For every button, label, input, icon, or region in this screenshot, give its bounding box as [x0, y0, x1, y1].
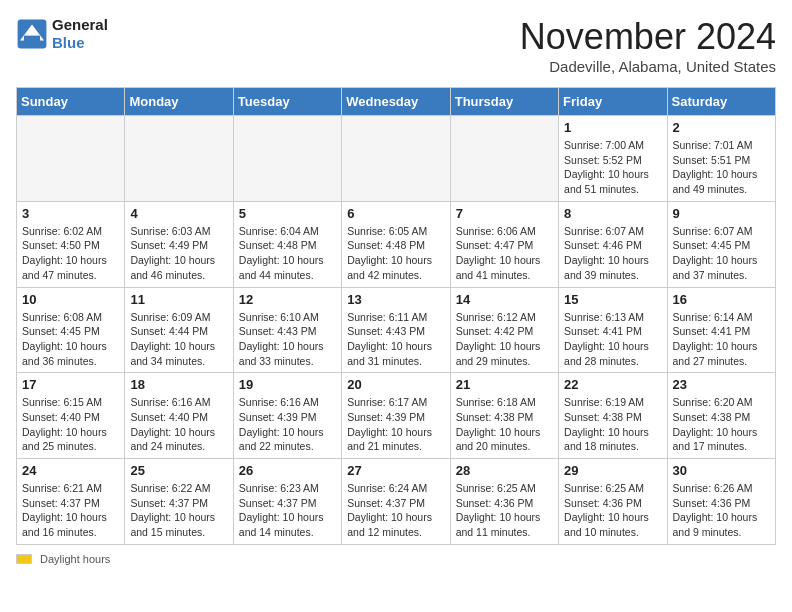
day-number: 22 — [564, 377, 661, 392]
day-number: 20 — [347, 377, 444, 392]
day-info: Sunrise: 6:23 AM Sunset: 4:37 PM Dayligh… — [239, 481, 336, 540]
calendar-cell: 21Sunrise: 6:18 AM Sunset: 4:38 PM Dayli… — [450, 373, 558, 459]
header-row: SundayMondayTuesdayWednesdayThursdayFrid… — [17, 88, 776, 116]
calendar-row-2: 10Sunrise: 6:08 AM Sunset: 4:45 PM Dayli… — [17, 287, 776, 373]
calendar-cell: 12Sunrise: 6:10 AM Sunset: 4:43 PM Dayli… — [233, 287, 341, 373]
day-info: Sunrise: 6:16 AM Sunset: 4:39 PM Dayligh… — [239, 395, 336, 454]
day-info: Sunrise: 6:05 AM Sunset: 4:48 PM Dayligh… — [347, 224, 444, 283]
day-number: 15 — [564, 292, 661, 307]
calendar-cell: 16Sunrise: 6:14 AM Sunset: 4:41 PM Dayli… — [667, 287, 775, 373]
legend-bar — [16, 554, 32, 564]
day-info: Sunrise: 6:03 AM Sunset: 4:49 PM Dayligh… — [130, 224, 227, 283]
day-info: Sunrise: 6:22 AM Sunset: 4:37 PM Dayligh… — [130, 481, 227, 540]
calendar-cell: 19Sunrise: 6:16 AM Sunset: 4:39 PM Dayli… — [233, 373, 341, 459]
day-number: 5 — [239, 206, 336, 221]
calendar-cell: 10Sunrise: 6:08 AM Sunset: 4:45 PM Dayli… — [17, 287, 125, 373]
day-number: 9 — [673, 206, 770, 221]
day-info: Sunrise: 6:20 AM Sunset: 4:38 PM Dayligh… — [673, 395, 770, 454]
day-info: Sunrise: 7:01 AM Sunset: 5:51 PM Dayligh… — [673, 138, 770, 197]
day-info: Sunrise: 6:19 AM Sunset: 4:38 PM Dayligh… — [564, 395, 661, 454]
day-number: 14 — [456, 292, 553, 307]
day-info: Sunrise: 6:08 AM Sunset: 4:45 PM Dayligh… — [22, 310, 119, 369]
day-number: 24 — [22, 463, 119, 478]
day-number: 4 — [130, 206, 227, 221]
calendar-cell: 18Sunrise: 6:16 AM Sunset: 4:40 PM Dayli… — [125, 373, 233, 459]
day-number: 11 — [130, 292, 227, 307]
day-number: 23 — [673, 377, 770, 392]
calendar-cell: 20Sunrise: 6:17 AM Sunset: 4:39 PM Dayli… — [342, 373, 450, 459]
calendar-row-4: 24Sunrise: 6:21 AM Sunset: 4:37 PM Dayli… — [17, 459, 776, 545]
day-info: Sunrise: 6:06 AM Sunset: 4:47 PM Dayligh… — [456, 224, 553, 283]
day-number: 17 — [22, 377, 119, 392]
calendar-cell: 7Sunrise: 6:06 AM Sunset: 4:47 PM Daylig… — [450, 201, 558, 287]
day-number: 3 — [22, 206, 119, 221]
day-info: Sunrise: 6:07 AM Sunset: 4:46 PM Dayligh… — [564, 224, 661, 283]
day-number: 18 — [130, 377, 227, 392]
calendar-cell — [450, 116, 558, 202]
col-header-sunday: Sunday — [17, 88, 125, 116]
calendar-cell: 4Sunrise: 6:03 AM Sunset: 4:49 PM Daylig… — [125, 201, 233, 287]
day-info: Sunrise: 6:17 AM Sunset: 4:39 PM Dayligh… — [347, 395, 444, 454]
day-info: Sunrise: 6:26 AM Sunset: 4:36 PM Dayligh… — [673, 481, 770, 540]
calendar-cell: 23Sunrise: 6:20 AM Sunset: 4:38 PM Dayli… — [667, 373, 775, 459]
day-info: Sunrise: 6:13 AM Sunset: 4:41 PM Dayligh… — [564, 310, 661, 369]
day-number: 21 — [456, 377, 553, 392]
day-number: 28 — [456, 463, 553, 478]
calendar-cell: 14Sunrise: 6:12 AM Sunset: 4:42 PM Dayli… — [450, 287, 558, 373]
calendar-cell: 30Sunrise: 6:26 AM Sunset: 4:36 PM Dayli… — [667, 459, 775, 545]
calendar-cell — [233, 116, 341, 202]
day-number: 12 — [239, 292, 336, 307]
logo: General Blue — [16, 16, 108, 52]
col-header-thursday: Thursday — [450, 88, 558, 116]
day-info: Sunrise: 6:25 AM Sunset: 4:36 PM Dayligh… — [564, 481, 661, 540]
day-info: Sunrise: 6:12 AM Sunset: 4:42 PM Dayligh… — [456, 310, 553, 369]
day-number: 29 — [564, 463, 661, 478]
day-info: Sunrise: 6:16 AM Sunset: 4:40 PM Dayligh… — [130, 395, 227, 454]
calendar-table: SundayMondayTuesdayWednesdayThursdayFrid… — [16, 87, 776, 545]
calendar-cell: 9Sunrise: 6:07 AM Sunset: 4:45 PM Daylig… — [667, 201, 775, 287]
calendar-cell — [17, 116, 125, 202]
calendar-row-1: 3Sunrise: 6:02 AM Sunset: 4:50 PM Daylig… — [17, 201, 776, 287]
day-number: 6 — [347, 206, 444, 221]
day-info: Sunrise: 6:24 AM Sunset: 4:37 PM Dayligh… — [347, 481, 444, 540]
calendar-cell: 15Sunrise: 6:13 AM Sunset: 4:41 PM Dayli… — [559, 287, 667, 373]
day-info: Sunrise: 6:25 AM Sunset: 4:36 PM Dayligh… — [456, 481, 553, 540]
day-number: 27 — [347, 463, 444, 478]
calendar-cell: 1Sunrise: 7:00 AM Sunset: 5:52 PM Daylig… — [559, 116, 667, 202]
calendar-cell: 2Sunrise: 7:01 AM Sunset: 5:51 PM Daylig… — [667, 116, 775, 202]
day-info: Sunrise: 6:14 AM Sunset: 4:41 PM Dayligh… — [673, 310, 770, 369]
col-header-tuesday: Tuesday — [233, 88, 341, 116]
day-number: 19 — [239, 377, 336, 392]
calendar-cell: 27Sunrise: 6:24 AM Sunset: 4:37 PM Dayli… — [342, 459, 450, 545]
calendar-cell: 22Sunrise: 6:19 AM Sunset: 4:38 PM Dayli… — [559, 373, 667, 459]
day-info: Sunrise: 6:09 AM Sunset: 4:44 PM Dayligh… — [130, 310, 227, 369]
day-info: Sunrise: 7:00 AM Sunset: 5:52 PM Dayligh… — [564, 138, 661, 197]
title-area: November 2024 Dadeville, Alabama, United… — [520, 16, 776, 75]
day-number: 2 — [673, 120, 770, 135]
calendar-cell: 17Sunrise: 6:15 AM Sunset: 4:40 PM Dayli… — [17, 373, 125, 459]
day-info: Sunrise: 6:11 AM Sunset: 4:43 PM Dayligh… — [347, 310, 444, 369]
day-number: 13 — [347, 292, 444, 307]
day-info: Sunrise: 6:21 AM Sunset: 4:37 PM Dayligh… — [22, 481, 119, 540]
col-header-wednesday: Wednesday — [342, 88, 450, 116]
calendar-cell: 5Sunrise: 6:04 AM Sunset: 4:48 PM Daylig… — [233, 201, 341, 287]
day-number: 25 — [130, 463, 227, 478]
day-number: 1 — [564, 120, 661, 135]
calendar-cell: 29Sunrise: 6:25 AM Sunset: 4:36 PM Dayli… — [559, 459, 667, 545]
day-info: Sunrise: 6:10 AM Sunset: 4:43 PM Dayligh… — [239, 310, 336, 369]
day-number: 16 — [673, 292, 770, 307]
svg-rect-2 — [24, 36, 40, 42]
calendar-cell: 24Sunrise: 6:21 AM Sunset: 4:37 PM Dayli… — [17, 459, 125, 545]
day-number: 7 — [456, 206, 553, 221]
calendar-cell: 11Sunrise: 6:09 AM Sunset: 4:44 PM Dayli… — [125, 287, 233, 373]
calendar-row-3: 17Sunrise: 6:15 AM Sunset: 4:40 PM Dayli… — [17, 373, 776, 459]
calendar-cell: 8Sunrise: 6:07 AM Sunset: 4:46 PM Daylig… — [559, 201, 667, 287]
calendar-cell — [342, 116, 450, 202]
calendar-cell: 13Sunrise: 6:11 AM Sunset: 4:43 PM Dayli… — [342, 287, 450, 373]
day-info: Sunrise: 6:15 AM Sunset: 4:40 PM Dayligh… — [22, 395, 119, 454]
day-info: Sunrise: 6:02 AM Sunset: 4:50 PM Dayligh… — [22, 224, 119, 283]
calendar-cell: 26Sunrise: 6:23 AM Sunset: 4:37 PM Dayli… — [233, 459, 341, 545]
calendar-row-0: 1Sunrise: 7:00 AM Sunset: 5:52 PM Daylig… — [17, 116, 776, 202]
col-header-saturday: Saturday — [667, 88, 775, 116]
day-info: Sunrise: 6:18 AM Sunset: 4:38 PM Dayligh… — [456, 395, 553, 454]
